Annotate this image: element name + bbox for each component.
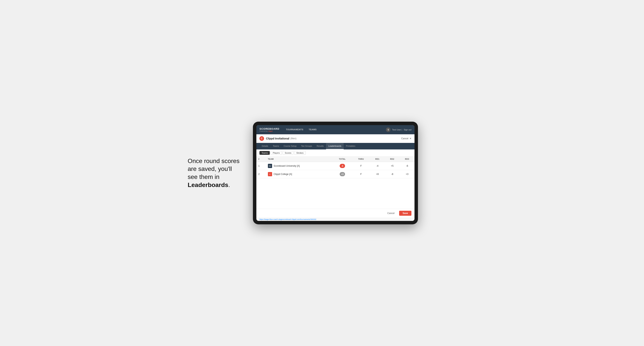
- nav-user-text: Test User |: [392, 129, 402, 131]
- close-icon: ✕: [410, 137, 412, 140]
- score-badge: +3: [340, 172, 345, 176]
- filter-strokes[interactable]: Strokes: [294, 151, 306, 155]
- filter-players[interactable]: Players: [270, 151, 282, 155]
- filter-bar: Teams Players Scores Strokes: [256, 150, 414, 157]
- rd2-cell: +5: [385, 162, 400, 170]
- team-name: Clippd College [A]: [274, 173, 292, 175]
- footer: Cancel Save: [256, 209, 414, 218]
- table-body: 1 SU Scoreboard University [A] -5 F -4 +…: [256, 162, 414, 178]
- team-logo-icon: C: [268, 172, 272, 176]
- rd1-cell: -4: [370, 162, 385, 170]
- tournament-icon: C: [260, 136, 264, 141]
- rd1-cell: +8: [370, 170, 385, 178]
- thru-cell: F: [352, 162, 370, 170]
- user-avatar: S: [386, 127, 390, 132]
- tab-results[interactable]: Results: [314, 143, 326, 150]
- table-row: 2 C Clippd College [A] +3 F +8 -8 +3: [256, 170, 414, 178]
- total-cell: +3: [332, 170, 352, 178]
- rd2-cell: -8: [385, 170, 400, 178]
- team-name: Scoreboard University [A]: [274, 165, 300, 167]
- tab-nav: Details Teams Course Setup Tee Groups Re…: [256, 143, 414, 150]
- nav-links: TOURNAMENTS TEAMS: [283, 125, 386, 134]
- rd3-cell: +3: [400, 170, 414, 178]
- tournament-subtitle: (Men): [290, 137, 296, 140]
- rank-cell: 1: [256, 162, 266, 170]
- col-team: TEAM: [266, 157, 332, 162]
- tab-course-setup[interactable]: Course Setup: [281, 143, 299, 150]
- navbar: SCOREBOARD Powered by clippd TOURNAMENTS…: [256, 125, 414, 134]
- tablet-screen: SCOREBOARD Powered by clippd TOURNAMENTS…: [256, 125, 414, 221]
- rank-cell: 2: [256, 170, 266, 178]
- caption-bold: Leaderboards: [188, 181, 228, 188]
- sign-out-button[interactable]: Sign out: [404, 129, 412, 131]
- page-wrapper: Once round scores are saved, you'll see …: [188, 122, 456, 224]
- rd3-cell: -6: [400, 162, 414, 170]
- caption-period: .: [228, 181, 230, 188]
- cancel-header-label: Cancel: [401, 137, 408, 140]
- nav-right: S Test User | Sign out: [386, 127, 412, 132]
- tab-teams[interactable]: Teams: [270, 143, 281, 150]
- cancel-header-button[interactable]: Cancel ✕: [401, 137, 412, 140]
- tab-details[interactable]: Details: [260, 143, 270, 150]
- table-header: # TEAM TOTAL THRU RD1 RD2 RD3: [256, 157, 414, 162]
- tournament-title: Clippd Invitational: [266, 137, 289, 140]
- col-thru: THRU: [352, 157, 370, 162]
- col-rd2: RD2: [385, 157, 400, 162]
- logo-scoreboard: SCOREBOARD: [260, 127, 280, 130]
- logo-clippd: clippd: [268, 130, 272, 132]
- logo-area: SCOREBOARD Powered by clippd: [260, 127, 280, 132]
- filter-teams[interactable]: Teams: [260, 151, 270, 155]
- col-rd1: RD1: [370, 157, 385, 162]
- team-logo-icon: SU: [268, 164, 272, 168]
- thru-cell: F: [352, 170, 370, 178]
- table-row: 1 SU Scoreboard University [A] -5 F -4 +…: [256, 162, 414, 170]
- col-total: TOTAL: [332, 157, 352, 162]
- caption-line1: Once round scores are saved, you'll see …: [188, 158, 240, 180]
- logo-powered: Powered by clippd: [260, 130, 280, 132]
- leaderboard-table: # TEAM TOTAL THRU RD1 RD2 RD3 1 SU: [256, 157, 414, 178]
- col-rd3: RD3: [400, 157, 414, 162]
- save-button[interactable]: Save: [399, 211, 412, 216]
- caption-area: Once round scores are saved, you'll see …: [188, 157, 242, 189]
- tournament-header: C Clippd Invitational (Men) Cancel ✕: [256, 134, 414, 143]
- url-bar: https://stage-blue-coach.stagescoreboard…: [256, 218, 414, 221]
- leaderboard-table-wrapper: # TEAM TOTAL THRU RD1 RD2 RD3 1 SU: [256, 157, 414, 209]
- tab-leaderboards[interactable]: Leaderboards: [326, 143, 344, 150]
- cancel-button[interactable]: Cancel: [385, 211, 397, 216]
- team-cell: C Clippd College [A]: [266, 170, 332, 178]
- filter-scores[interactable]: Scores: [283, 151, 294, 155]
- score-badge: -5: [340, 164, 345, 168]
- nav-teams[interactable]: TEAMS: [306, 125, 319, 134]
- total-cell: -5: [332, 162, 352, 170]
- tab-printables[interactable]: Printables: [344, 143, 358, 150]
- nav-tournaments[interactable]: TOURNAMENTS: [283, 125, 306, 134]
- tab-tee-groups[interactable]: Tee Groups: [299, 143, 314, 150]
- tablet-frame: SCOREBOARD Powered by clippd TOURNAMENTS…: [253, 122, 418, 224]
- col-rank: #: [256, 157, 266, 162]
- team-cell: SU Scoreboard University [A]: [266, 162, 332, 170]
